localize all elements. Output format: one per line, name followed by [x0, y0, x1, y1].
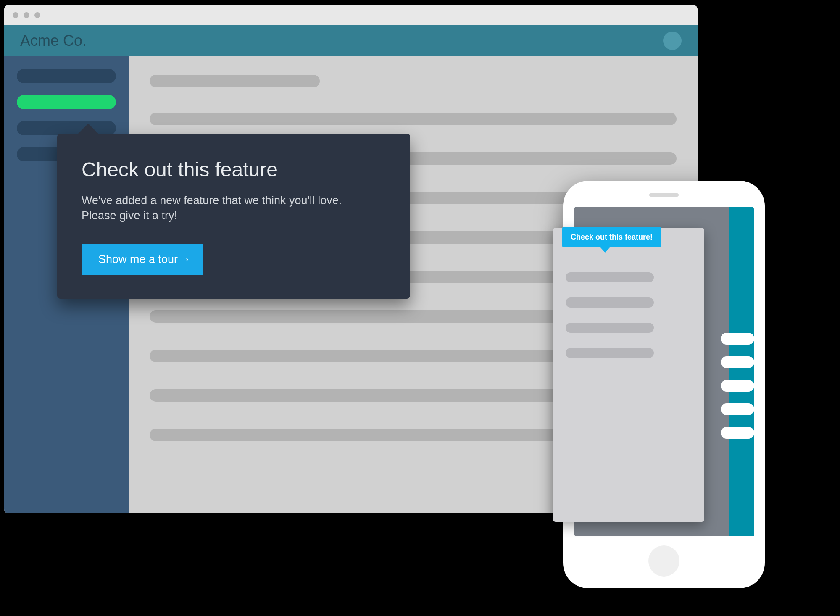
- side-chip[interactable]: [721, 403, 754, 415]
- phone-mock: Check out this feature!: [563, 181, 765, 588]
- window-close-icon[interactable]: [13, 12, 18, 18]
- avatar[interactable]: [663, 32, 682, 50]
- side-chip[interactable]: [721, 333, 754, 345]
- phone-screen: Check out this feature!: [574, 207, 754, 536]
- list-item: [566, 348, 654, 358]
- list-item: [150, 113, 677, 125]
- cta-label: Show me a tour: [98, 253, 178, 266]
- window-minimize-icon[interactable]: [24, 12, 29, 18]
- sidebar-item-active[interactable]: [17, 95, 116, 109]
- list-item: [566, 297, 654, 308]
- mobile-content-rows: [566, 272, 692, 358]
- tooltip-title: Check out this feature: [82, 158, 386, 181]
- side-chip[interactable]: [721, 427, 754, 439]
- tooltip-body: We've added a new feature that we think …: [82, 193, 350, 224]
- app-title: Acme Co.: [20, 32, 87, 50]
- mobile-feature-tooltip[interactable]: Check out this feature!: [562, 227, 661, 247]
- window-maximize-icon[interactable]: [34, 12, 40, 18]
- side-chip[interactable]: [721, 380, 754, 392]
- browser-titlebar: [4, 5, 698, 25]
- sidebar-item[interactable]: [17, 121, 116, 135]
- app-header: Acme Co.: [4, 25, 698, 56]
- mobile-tooltip-label: Check out this feature!: [571, 233, 653, 241]
- phone-side-chips: [721, 333, 754, 439]
- chevron-right-icon: ›: [185, 254, 188, 265]
- list-item: [566, 272, 654, 282]
- page-title-placeholder: [150, 75, 320, 87]
- show-tour-button[interactable]: Show me a tour ›: [82, 244, 203, 275]
- phone-card: Check out this feature!: [553, 228, 704, 522]
- side-chip[interactable]: [721, 356, 754, 368]
- list-item: [566, 323, 654, 333]
- sidebar-item[interactable]: [17, 69, 116, 83]
- phone-speaker-icon: [649, 193, 679, 197]
- phone-home-button[interactable]: [648, 545, 679, 577]
- feature-tooltip: Check out this feature We've added a new…: [57, 134, 410, 299]
